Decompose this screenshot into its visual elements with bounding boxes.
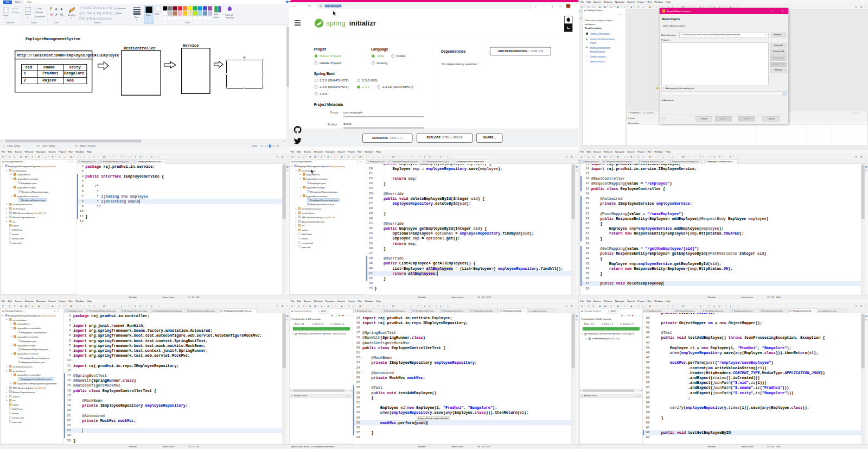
- svg-text:A: A: [60, 8, 63, 11]
